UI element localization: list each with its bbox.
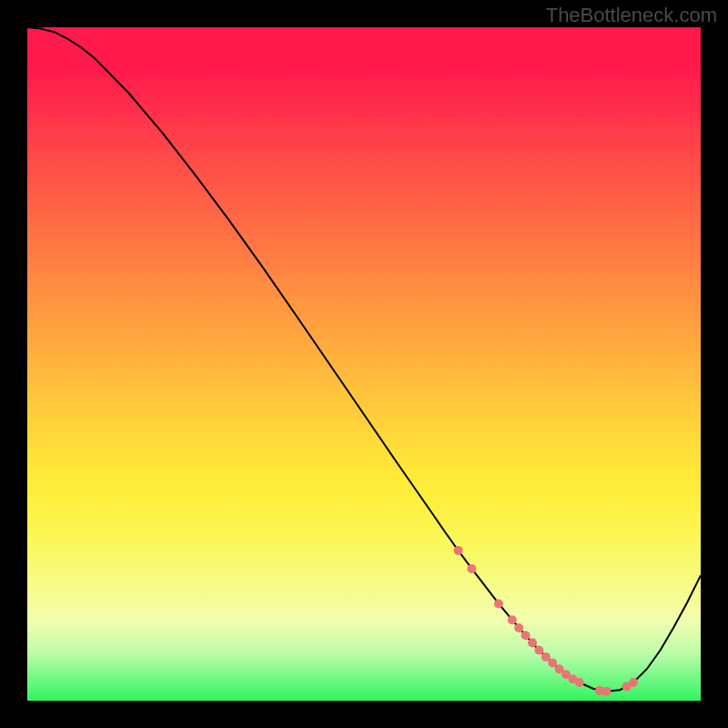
chart-frame: TheBottleneck.com bbox=[0, 0, 728, 728]
highlight-dot bbox=[467, 564, 476, 573]
highlight-dot bbox=[629, 678, 638, 687]
highlight-dot bbox=[548, 659, 557, 668]
plot-area bbox=[27, 27, 701, 701]
highlight-dot bbox=[494, 599, 503, 608]
highlight-dot bbox=[541, 652, 551, 662]
highlight-dot bbox=[521, 631, 531, 640]
highlight-dot bbox=[454, 546, 463, 555]
highlight-dot bbox=[528, 638, 537, 647]
bottleneck-curve bbox=[27, 27, 701, 692]
highlight-dot bbox=[575, 678, 584, 687]
highlight-dot bbox=[602, 687, 611, 696]
highlight-dot bbox=[508, 615, 517, 624]
highlight-dots bbox=[454, 546, 638, 696]
highlight-dot bbox=[534, 646, 543, 655]
curve-overlay bbox=[27, 27, 701, 701]
watermark-text: TheBottleneck.com bbox=[546, 4, 717, 27]
highlight-dot bbox=[514, 623, 523, 632]
